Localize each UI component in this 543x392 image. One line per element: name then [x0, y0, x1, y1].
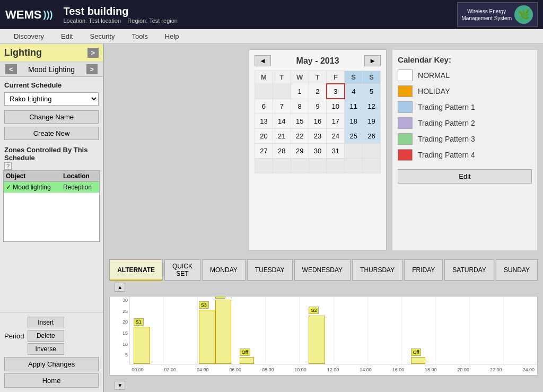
cal-day-cell[interactable]: 14 — [273, 114, 291, 128]
cal-day-cell[interactable]: 19 — [363, 114, 381, 128]
chart-x-label: 00:00 — [132, 367, 144, 372]
cal-day-cell[interactable]: 22 — [291, 128, 309, 143]
schedule-dropdown[interactable]: Rako Lighting — [4, 92, 99, 106]
tab-sunday[interactable]: SUNDAY — [496, 259, 538, 281]
sidebar-expand-btn[interactable]: > — [87, 48, 99, 58]
cal-day-cell[interactable]: 26 — [363, 128, 381, 143]
chart-bar-off1[interactable] — [240, 357, 254, 364]
chart-x-label: 16:00 — [392, 367, 405, 372]
cal-day-cell[interactable]: 12 — [363, 99, 381, 114]
cal-day-cell[interactable]: 29 — [291, 143, 309, 158]
nav-tools[interactable]: Tools — [123, 30, 156, 42]
chart-grid-line — [537, 297, 538, 364]
cal-day-cell[interactable]: 15 — [291, 114, 309, 128]
key-label-tp4: Trading Pattern 4 — [418, 151, 475, 159]
cal-day-cell[interactable]: 2 — [309, 84, 327, 99]
cal-day-cell[interactable]: 5 — [363, 84, 381, 99]
cal-day-cell[interactable]: 13 — [255, 114, 273, 128]
key-swatch-tp3 — [398, 133, 413, 145]
cal-next-btn[interactable]: ► — [364, 55, 381, 66]
chart-bar-s4[interactable] — [215, 300, 232, 364]
chart-y-labels: 30252015105 — [110, 297, 129, 364]
chart-bar-off2[interactable] — [411, 357, 425, 364]
insert-btn[interactable]: Insert — [28, 317, 64, 328]
inverse-btn[interactable]: Inverse — [28, 343, 64, 355]
period-label: Period — [4, 332, 24, 340]
cal-day-cell[interactable]: 16 — [309, 114, 327, 128]
cal-prev-btn[interactable]: ◄ — [255, 55, 271, 66]
cal-day-cell[interactable]: 7 — [273, 99, 291, 114]
chart-bar-s2[interactable] — [309, 316, 325, 364]
nav-edit[interactable]: Edit — [52, 30, 81, 42]
sidebar-title: Lighting — [4, 47, 42, 58]
tab-quick-set[interactable]: QUICK SET — [164, 259, 200, 281]
cal-day-cell[interactable]: 6 — [255, 99, 273, 114]
cal-day-cell[interactable]: 8 — [291, 99, 309, 114]
cal-day-cell[interactable]: 18 — [345, 114, 363, 128]
nav-discovery[interactable]: Discovery — [5, 30, 52, 42]
key-item-tp2: Trading Pattern 2 — [398, 117, 532, 129]
apply-changes-btn[interactable]: Apply Changes — [4, 357, 99, 371]
tab-monday[interactable]: MONDAY — [202, 259, 246, 281]
sidebar-title-bar: Lighting > — [0, 44, 103, 62]
chart-grid-line — [129, 297, 130, 364]
create-new-row: Create New — [0, 125, 103, 142]
key-label-holiday: HOLIDAY — [418, 87, 450, 95]
chart-y-label: 5 — [111, 352, 128, 358]
cal-day-cell[interactable]: 17 — [327, 114, 345, 128]
chart-grid-line — [299, 297, 300, 364]
zone-check: ✓ — [6, 184, 11, 191]
wifi-icon: ))) — [43, 9, 52, 20]
chart-bar-label-s2: S2 — [309, 307, 319, 314]
cal-day-cell[interactable]: 10 — [327, 99, 345, 114]
chart-y-label: 15 — [111, 330, 128, 336]
nav-security[interactable]: Security — [81, 30, 123, 42]
nav-help[interactable]: Help — [156, 30, 188, 42]
cal-day-header: W — [291, 71, 309, 84]
header: WEMS ))) Test building Location: Test lo… — [0, 0, 543, 29]
tab-tuesday[interactable]: TUESDAY — [247, 259, 293, 281]
sidebar-prev-btn[interactable]: < — [5, 64, 17, 74]
cal-day-cell[interactable]: 11 — [345, 99, 363, 114]
cal-day-cell[interactable]: 3 — [327, 84, 345, 99]
chart-x-label: 12:00 — [327, 367, 339, 372]
cal-day-cell — [255, 158, 273, 173]
chart-down-btn[interactable]: ▼ — [115, 381, 125, 390]
cal-day-cell[interactable]: 23 — [309, 128, 327, 143]
cal-day-cell[interactable]: 30 — [309, 143, 327, 158]
cal-day-cell[interactable]: 20 — [255, 128, 273, 143]
cal-day-header: M — [255, 71, 273, 84]
create-new-btn[interactable]: Create New — [4, 127, 99, 140]
table-row[interactable]: ✓ Mood lightingReception — [4, 182, 99, 193]
chart-bar-label-s3: S3 — [199, 301, 209, 309]
cal-day-cell[interactable]: 28 — [273, 143, 291, 158]
building-name: Test building — [63, 5, 457, 18]
delete-btn[interactable]: Delete — [28, 330, 64, 342]
tab-wednesday[interactable]: WEDNESDAY — [294, 259, 351, 281]
chart-x-label: 02:00 — [164, 367, 177, 372]
chart-x-label: 06:00 — [229, 367, 241, 372]
tab-thursday[interactable]: THURSDAY — [352, 259, 402, 281]
cal-day-cell[interactable]: 1 — [291, 84, 309, 99]
cal-day-cell[interactable]: 24 — [327, 128, 345, 143]
cal-day-cell[interactable]: 21 — [273, 128, 291, 143]
cal-day-cell[interactable]: 25 — [345, 128, 363, 143]
edit-btn[interactable]: Edit — [398, 169, 532, 184]
chart-grid-line — [367, 297, 368, 364]
calendar-header: ◄ May - 2013 ► — [255, 55, 381, 66]
sidebar-next-btn[interactable]: > — [86, 64, 98, 74]
chart-bar-s1[interactable] — [134, 327, 150, 364]
home-btn[interactable]: Home — [4, 373, 99, 388]
chart-bar-s3[interactable] — [199, 310, 215, 364]
change-name-row: Change Name — [0, 109, 103, 125]
tab-alternate[interactable]: ALTERNATE — [109, 259, 163, 281]
change-name-btn[interactable]: Change Name — [4, 110, 99, 124]
cal-day-cell[interactable]: 9 — [309, 99, 327, 114]
cal-day-cell[interactable]: 31 — [327, 143, 345, 158]
tab-friday[interactable]: FRIDAY — [404, 259, 443, 281]
cal-day-cell[interactable]: 27 — [255, 143, 273, 158]
cal-day-header: S — [345, 71, 363, 84]
cal-day-cell[interactable]: 4 — [345, 84, 363, 99]
tab-saturday[interactable]: SATURDAY — [444, 259, 494, 281]
chart-up-btn[interactable]: ▲ — [115, 283, 125, 292]
